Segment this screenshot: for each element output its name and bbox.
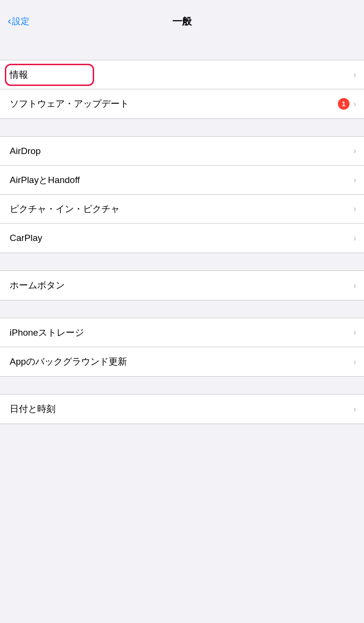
app-background-refresh-item[interactable]: Appのバックグラウンド更新 › — [0, 347, 364, 376]
chevron-left-icon: ‹ — [8, 15, 11, 28]
update-badge: 1 — [338, 98, 350, 110]
chevron-right-icon-8: › — [353, 327, 356, 338]
pip-label: ピクチャ・イン・ピクチャ — [10, 203, 120, 215]
software-update-right: 1 › — [338, 98, 356, 110]
iphone-storage-label: iPhoneストレージ — [10, 326, 84, 339]
airplay-handoff-label: AirPlayとHandoff — [10, 174, 80, 186]
airdrop-right: › — [353, 146, 356, 156]
app-background-refresh-right: › — [353, 357, 356, 367]
airdrop-item[interactable]: AirDrop › — [0, 137, 364, 166]
info-right: › — [353, 70, 356, 80]
section-spacer-1 — [0, 119, 364, 136]
datetime-item[interactable]: 日付と時刻 › — [0, 395, 364, 424]
home-button-item[interactable]: ホームボタン › — [0, 271, 364, 300]
nav-bar: ‹ 設定 一般 — [0, 0, 364, 42]
chevron-right-icon-4: › — [353, 175, 356, 185]
chevron-right-icon: › — [353, 70, 356, 80]
chevron-right-icon-5: › — [353, 204, 356, 214]
storage-section: iPhoneストレージ › Appのバックグラウンド更新 › — [0, 318, 364, 377]
homebutton-section: ホームボタン › — [0, 270, 364, 300]
info-section: 情報 › ソフトウェア・アップデート 1 › — [0, 60, 364, 119]
connectivity-section: AirDrop › AirPlayとHandoff › ピクチャ・イン・ピクチャ… — [0, 136, 364, 253]
carplay-right: › — [353, 233, 356, 243]
chevron-right-icon-9: › — [353, 357, 356, 367]
datetime-right: › — [353, 404, 356, 414]
software-update-item[interactable]: ソフトウェア・アップデート 1 › — [0, 89, 364, 118]
chevron-right-icon-6: › — [353, 233, 356, 243]
software-update-label: ソフトウェア・アップデート — [10, 98, 129, 110]
pip-right: › — [353, 204, 356, 214]
chevron-right-icon-3: › — [353, 146, 356, 156]
iphone-storage-right: › — [353, 327, 356, 338]
section-spacer-3 — [0, 300, 364, 318]
app-background-refresh-label: Appのバックグラウンド更新 — [10, 355, 127, 368]
pip-item[interactable]: ピクチャ・イン・ピクチャ › — [0, 195, 364, 224]
iphone-storage-item[interactable]: iPhoneストレージ › — [0, 318, 364, 347]
chevron-right-icon-2: › — [353, 99, 356, 109]
airdrop-label: AirDrop — [10, 146, 41, 156]
airplay-handoff-right: › — [353, 175, 356, 185]
datetime-label: 日付と時刻 — [10, 403, 56, 415]
page-title: 一般 — [172, 15, 192, 28]
back-label: 設定 — [12, 15, 29, 27]
section-spacer-4 — [0, 377, 364, 394]
datetime-section: 日付と時刻 › — [0, 394, 364, 424]
section-spacer-2 — [0, 253, 364, 270]
carplay-label: CarPlay — [10, 233, 42, 243]
back-button[interactable]: ‹ 設定 — [8, 15, 29, 28]
carplay-item[interactable]: CarPlay › — [0, 224, 364, 253]
info-label: 情報 — [10, 69, 28, 81]
home-button-label: ホームボタン — [10, 279, 65, 292]
chevron-right-icon-10: › — [353, 404, 356, 414]
section-spacer-top — [0, 42, 364, 60]
chevron-right-icon-7: › — [353, 281, 356, 291]
info-item[interactable]: 情報 › — [0, 60, 364, 89]
airplay-handoff-item[interactable]: AirPlayとHandoff › — [0, 166, 364, 195]
home-button-right: › — [353, 281, 356, 291]
